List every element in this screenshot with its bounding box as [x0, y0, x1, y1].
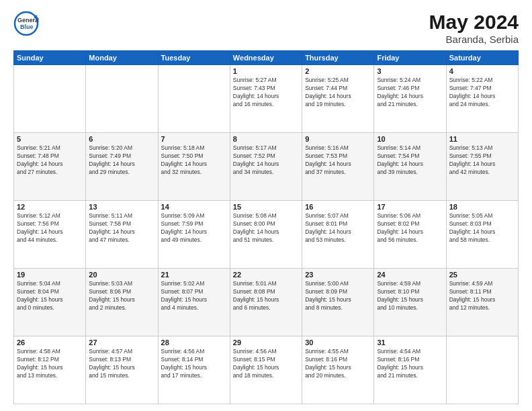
- calendar-cell: 27Sunrise: 4:57 AMSunset: 8:13 PMDayligh…: [86, 336, 158, 404]
- day-info: Daylight: 14 hours: [449, 228, 515, 236]
- day-info: Sunset: 7:56 PM: [17, 220, 83, 228]
- day-number: 27: [89, 338, 154, 347]
- day-info: and 4 minutes.: [161, 304, 227, 312]
- day-number: 23: [305, 271, 371, 279]
- day-info: and 21 minutes.: [377, 101, 443, 109]
- day-number: 12: [17, 203, 83, 211]
- day-info: and 49 minutes.: [161, 236, 227, 244]
- page: General Blue May 2024 Baranda, Serbia Su…: [0, 0, 532, 411]
- day-info: Sunrise: 5:06 AM: [377, 212, 443, 220]
- day-info: Daylight: 14 hours: [377, 93, 443, 101]
- day-info: Sunset: 7:59 PM: [161, 220, 227, 228]
- day-header: Monday: [86, 51, 158, 65]
- day-info: and 39 minutes.: [377, 169, 443, 177]
- calendar-cell: 8Sunrise: 5:17 AMSunset: 7:52 PMDaylight…: [230, 133, 302, 201]
- logo: General Blue: [13, 11, 39, 36]
- day-number: 20: [89, 271, 154, 279]
- day-number: 4: [449, 67, 515, 75]
- calendar-cell: 10Sunrise: 5:14 AMSunset: 7:54 PMDayligh…: [374, 133, 446, 201]
- day-info: Sunrise: 5:24 AM: [377, 77, 443, 85]
- day-info: Sunrise: 4:54 AM: [377, 348, 443, 356]
- day-info: and 37 minutes.: [305, 169, 371, 177]
- day-number: 21: [161, 271, 227, 279]
- calendar-cell: [158, 65, 230, 133]
- day-header: Friday: [374, 51, 446, 65]
- day-info: and 32 minutes.: [161, 169, 227, 177]
- calendar-cell: 16Sunrise: 5:07 AMSunset: 8:01 PMDayligh…: [302, 201, 374, 269]
- day-info: and 16 minutes.: [233, 101, 299, 109]
- calendar-cell: 22Sunrise: 5:01 AMSunset: 8:08 PMDayligh…: [230, 269, 302, 336]
- day-info: Sunrise: 5:27 AM: [233, 77, 299, 85]
- day-info: Sunrise: 5:20 AM: [89, 144, 154, 152]
- day-info: and 24 minutes.: [449, 101, 515, 109]
- day-info: Sunset: 8:00 PM: [233, 220, 299, 228]
- day-number: 13: [89, 203, 154, 211]
- day-info: Sunset: 8:02 PM: [377, 220, 443, 228]
- day-info: and 20 minutes.: [305, 372, 371, 380]
- day-info: Sunset: 7:43 PM: [233, 85, 299, 93]
- day-number: 15: [233, 203, 299, 211]
- day-number: 25: [449, 271, 515, 279]
- calendar-cell: 4Sunrise: 5:22 AMSunset: 7:47 PMDaylight…: [446, 65, 518, 133]
- day-info: Sunset: 8:16 PM: [305, 356, 371, 364]
- day-info: Daylight: 15 hours: [449, 296, 515, 304]
- day-info: Sunrise: 4:56 AM: [233, 348, 299, 356]
- calendar-cell: 5Sunrise: 5:21 AMSunset: 7:48 PMDaylight…: [14, 133, 86, 201]
- calendar-cell: [14, 65, 86, 133]
- calendar-cell: 9Sunrise: 5:16 AMSunset: 7:53 PMDaylight…: [302, 133, 374, 201]
- month-title: May 2024: [429, 11, 519, 34]
- day-info: Sunrise: 4:57 AM: [89, 348, 154, 356]
- day-info: Sunrise: 5:14 AM: [377, 144, 443, 152]
- day-info: and 13 minutes.: [17, 372, 83, 380]
- day-number: 11: [449, 135, 515, 143]
- calendar-cell: 7Sunrise: 5:18 AMSunset: 7:50 PMDaylight…: [158, 133, 230, 201]
- day-header: Tuesday: [158, 51, 230, 65]
- day-info: Daylight: 14 hours: [233, 93, 299, 101]
- day-number: 2: [305, 67, 371, 75]
- day-info: Sunrise: 5:21 AM: [17, 144, 83, 152]
- calendar-cell: 30Sunrise: 4:55 AMSunset: 8:16 PMDayligh…: [302, 336, 374, 404]
- day-info: and 58 minutes.: [449, 236, 515, 244]
- day-number: 3: [377, 67, 443, 75]
- calendar-cell: 17Sunrise: 5:06 AMSunset: 8:02 PMDayligh…: [374, 201, 446, 269]
- location-title: Baranda, Serbia: [429, 34, 519, 45]
- day-header: Wednesday: [230, 51, 302, 65]
- day-info: Sunset: 8:11 PM: [449, 288, 515, 296]
- day-info: Sunset: 8:13 PM: [89, 356, 154, 364]
- day-info: Daylight: 15 hours: [305, 364, 371, 372]
- day-info: Sunset: 7:55 PM: [449, 152, 515, 161]
- logo-icon: General Blue: [13, 11, 39, 36]
- day-info: Daylight: 14 hours: [17, 228, 83, 236]
- day-number: 9: [305, 135, 371, 143]
- day-number: 30: [305, 338, 371, 347]
- day-number: 28: [161, 338, 227, 347]
- day-info: and 42 minutes.: [449, 169, 515, 177]
- day-number: 26: [17, 338, 83, 347]
- calendar-cell: 11Sunrise: 5:13 AMSunset: 7:55 PMDayligh…: [446, 133, 518, 201]
- day-info: Daylight: 14 hours: [449, 161, 515, 169]
- day-info: and 12 minutes.: [449, 304, 515, 312]
- day-number: 24: [377, 271, 443, 279]
- calendar-cell: 3Sunrise: 5:24 AMSunset: 7:46 PMDaylight…: [374, 65, 446, 133]
- day-info: Sunrise: 5:13 AM: [449, 144, 515, 152]
- day-info: Daylight: 14 hours: [161, 161, 227, 169]
- day-info: Sunset: 7:46 PM: [377, 85, 443, 93]
- day-number: 16: [305, 203, 371, 211]
- day-header: Sunday: [14, 51, 86, 65]
- day-info: Sunrise: 5:25 AM: [305, 77, 371, 85]
- day-info: Sunset: 7:44 PM: [305, 85, 371, 93]
- day-info: Sunset: 8:09 PM: [305, 288, 371, 296]
- day-info: Daylight: 14 hours: [305, 161, 371, 169]
- title-area: May 2024 Baranda, Serbia: [429, 11, 519, 45]
- day-number: 1: [233, 67, 299, 75]
- day-info: Sunrise: 4:58 AM: [17, 348, 83, 356]
- calendar-cell: 26Sunrise: 4:58 AMSunset: 8:12 PMDayligh…: [14, 336, 86, 404]
- day-info: and 15 minutes.: [89, 372, 154, 380]
- day-info: Sunset: 8:15 PM: [233, 356, 299, 364]
- day-info: Sunset: 8:14 PM: [161, 356, 227, 364]
- calendar-cell: 21Sunrise: 5:02 AMSunset: 8:07 PMDayligh…: [158, 269, 230, 336]
- calendar-cell: [446, 336, 518, 404]
- day-info: Sunset: 7:50 PM: [161, 152, 227, 161]
- day-number: 10: [377, 135, 443, 143]
- day-info: Sunrise: 5:00 AM: [305, 280, 371, 288]
